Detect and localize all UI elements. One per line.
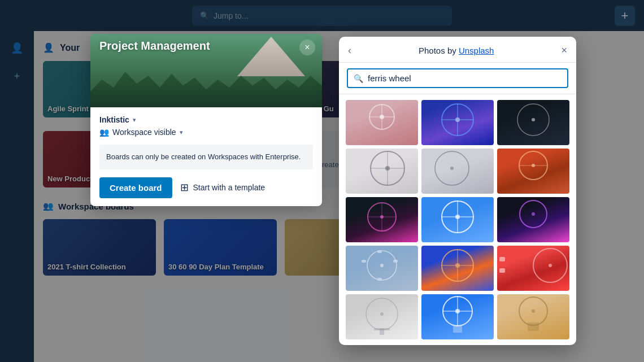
svg-rect-43 xyxy=(393,260,398,263)
pm-workspace-name: Inktistic xyxy=(99,115,129,124)
pm-modal-header: Project Management × xyxy=(90,34,322,107)
unsplash-photo-grid xyxy=(339,94,576,345)
unsplash-search-inner: 🔍 xyxy=(347,68,568,88)
pm-close-button[interactable]: × xyxy=(299,40,315,55)
unsplash-back-button[interactable]: ‹ xyxy=(348,45,351,56)
unsplash-title: Photos by Unsplash xyxy=(419,46,494,55)
photo-item[interactable] xyxy=(497,100,569,145)
template-icon: ⊞ xyxy=(180,181,189,194)
photo-item[interactable] xyxy=(346,149,418,194)
pm-visibility-chevron[interactable]: ▾ xyxy=(180,129,183,136)
svg-rect-69 xyxy=(528,322,539,331)
svg-rect-54 xyxy=(499,257,505,261)
create-board-button[interactable]: Create board xyxy=(99,177,172,198)
unsplash-modal: ‹ Photos by Unsplash × 🔍 xyxy=(339,37,576,345)
photo-item[interactable] xyxy=(346,294,418,339)
photo-item[interactable] xyxy=(497,149,569,194)
svg-point-39 xyxy=(532,212,535,216)
unsplash-link[interactable]: Unsplash xyxy=(459,46,494,55)
svg-point-41 xyxy=(380,264,384,267)
pm-enterprise-notice: Boards can only be created on Workspaces… xyxy=(99,145,313,169)
unsplash-close-button[interactable]: × xyxy=(561,45,567,56)
photo-item[interactable] xyxy=(497,197,569,242)
photo-item[interactable] xyxy=(346,197,418,242)
photo-item[interactable] xyxy=(421,100,494,145)
pm-modal-title: Project Management xyxy=(99,40,210,53)
unsplash-header: ‹ Photos by Unsplash × xyxy=(339,37,576,63)
visibility-icon: 👥 xyxy=(99,128,109,137)
svg-point-13 xyxy=(532,118,535,121)
svg-rect-45 xyxy=(362,260,366,263)
start-template-button[interactable]: ⊞ Start with a template xyxy=(180,181,266,194)
svg-point-53 xyxy=(549,264,552,267)
photo-item[interactable] xyxy=(346,246,418,291)
pm-visibility-text: Workspace visible xyxy=(112,128,176,137)
photo-item[interactable] xyxy=(421,149,494,194)
svg-rect-55 xyxy=(499,268,505,273)
pm-workspace-row: Inktistic ▾ xyxy=(99,115,313,124)
unsplash-search-input[interactable] xyxy=(368,73,562,83)
photo-item[interactable] xyxy=(421,294,494,339)
photo-item[interactable] xyxy=(421,246,494,291)
svg-rect-42 xyxy=(377,250,382,253)
start-template-label: Start with a template xyxy=(193,183,266,192)
unsplash-search-area: 🔍 xyxy=(339,63,576,94)
svg-point-68 xyxy=(532,309,535,313)
svg-rect-59 xyxy=(380,328,384,335)
pm-modal-body: Inktistic ▾ 👥 Workspace visible ▾ Boards… xyxy=(90,107,322,206)
pm-workspace-chevron[interactable]: ▾ xyxy=(133,116,136,124)
pm-buttons: Create board ⊞ Start with a template xyxy=(99,177,313,198)
photo-item[interactable] xyxy=(346,100,418,145)
photo-item[interactable] xyxy=(497,294,569,339)
svg-rect-66 xyxy=(453,326,462,333)
svg-point-57 xyxy=(380,312,384,316)
svg-rect-44 xyxy=(377,278,382,281)
photo-item[interactable] xyxy=(497,246,569,291)
unsplash-search-icon: 🔍 xyxy=(354,74,363,83)
pm-visibility-row: 👥 Workspace visible ▾ xyxy=(99,128,313,137)
photo-item[interactable] xyxy=(421,197,494,242)
svg-point-21 xyxy=(450,167,454,170)
pm-modal: Project Management × Inktistic ▾ 👥 Works… xyxy=(90,34,322,206)
